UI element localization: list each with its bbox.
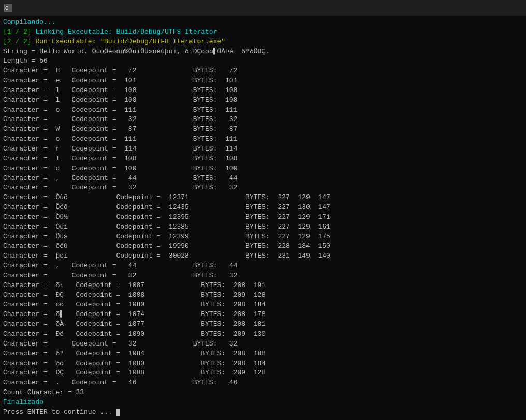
console-line: Character = l Codepoint = 108 BYTES: 108 bbox=[3, 96, 523, 106]
console-line: Character = , Codepoint = 44 BYTES: 44 bbox=[3, 261, 523, 271]
minimize-button[interactable] bbox=[450, 0, 474, 16]
console-line: Character = , Codepoint = 44 BYTES: 44 bbox=[3, 174, 523, 184]
console-line: Character = Codepoint = 32 BYTES: 32 bbox=[3, 339, 523, 349]
console-line: Character = Õü» Codepoint = 12399 BYTES:… bbox=[3, 232, 523, 242]
console-line: Compilando... bbox=[3, 18, 523, 27]
console-line: Finalizado bbox=[3, 398, 523, 408]
console-line: Character = l Codepoint = 108 BYTES: 108 bbox=[3, 154, 523, 164]
console-line: Character = õéû Codepoint = 19990 BYTES:… bbox=[3, 242, 523, 251]
console-output: Compilando...[1 / 2] Linking Executable:… bbox=[0, 16, 526, 420]
console-line: Character = ÐÇ Codepoint = 1088 BYTES: 2… bbox=[3, 291, 523, 301]
console-line: Character = Codepoint = 32 BYTES: 32 bbox=[3, 115, 523, 125]
titlebar-icon: C bbox=[4, 4, 12, 12]
console-line: Character = H Codepoint = 72 BYTES: 72 bbox=[3, 66, 523, 76]
console-line: Character = Codepoint = 32 BYTES: 32 bbox=[3, 271, 523, 281]
console-line: Character = o Codepoint = 111 BYTES: 111 bbox=[3, 134, 523, 144]
console-line: Character = e Codepoint = 101 BYTES: 101 bbox=[3, 76, 523, 86]
console-line: Character = Òü½ Codepoint = 12395 BYTES:… bbox=[3, 213, 523, 222]
console-line: Character = þòî Codepoint = 30028 BYTES:… bbox=[3, 251, 523, 261]
console-line: Character = Òùõ Codepoint = 12371 BYTES:… bbox=[3, 193, 523, 203]
console-line: Count Character = 33 bbox=[3, 388, 523, 398]
console-line: Character = W Codepoint = 87 BYTES: 87 bbox=[3, 125, 523, 134]
console-line: Character = õõ Codepoint = 1080 BYTES: 2… bbox=[3, 300, 523, 310]
svg-text:C: C bbox=[5, 6, 8, 11]
console-line: Length = 56 bbox=[3, 56, 523, 66]
titlebar-buttons bbox=[450, 0, 522, 16]
titlebar: C bbox=[0, 0, 526, 16]
console-line: Character = Õéõ Codepoint = 12435 BYTES:… bbox=[3, 203, 523, 213]
console-line: Character = Codepoint = 32 BYTES: 32 bbox=[3, 183, 523, 193]
console-line: Character = l Codepoint = 108 BYTES: 108 bbox=[3, 86, 523, 96]
console-line: Character = δ⁰ Codepoint = 1084 BYTES: 2… bbox=[3, 349, 523, 359]
console-line: Character = Ðé Codepoint = 1090 BYTES: 2… bbox=[3, 329, 523, 339]
restore-button[interactable] bbox=[474, 0, 498, 16]
console-line: Character = δõ Codepoint = 1080 BYTES: 2… bbox=[3, 359, 523, 369]
console-line: Character = δÀ Codepoint = 1077 BYTES: 2… bbox=[3, 320, 523, 329]
console-line: Character = . Codepoint = 46 BYTES: 46 bbox=[3, 378, 523, 388]
application-window: C Compilando...[1 / 2] Linking Executabl… bbox=[0, 0, 526, 420]
close-button[interactable] bbox=[498, 0, 522, 16]
console-line: [1 / 2] Linking Executable: Build/Debug/… bbox=[3, 27, 523, 37]
console-line: [2 / 2] Run Executable: "Build/Debug/UTF… bbox=[3, 37, 523, 47]
console-line: Character = Òüí Codepoint = 12385 BYTES:… bbox=[3, 222, 523, 232]
console-line: Character = o Codepoint = 111 BYTES: 111 bbox=[3, 106, 523, 115]
console-line: Press ENTER to continue ... bbox=[3, 408, 523, 417]
console-line: Character = δ▌ Codepoint = 1074 BYTES: 2… bbox=[3, 310, 523, 320]
console-line: Character = d Codepoint = 100 BYTES: 100 bbox=[3, 164, 523, 174]
console-line: String = Hello World, ÒùõÔéõôù%ÕüíÕü»õéù… bbox=[3, 47, 523, 57]
console-line: Character = r Codepoint = 114 BYTES: 114 bbox=[3, 144, 523, 154]
console-line: Character = δ₁ Codepoint = 1087 BYTES: 2… bbox=[3, 281, 523, 291]
console-line: Character = ÐÇ Codepoint = 1088 BYTES: 2… bbox=[3, 368, 523, 378]
